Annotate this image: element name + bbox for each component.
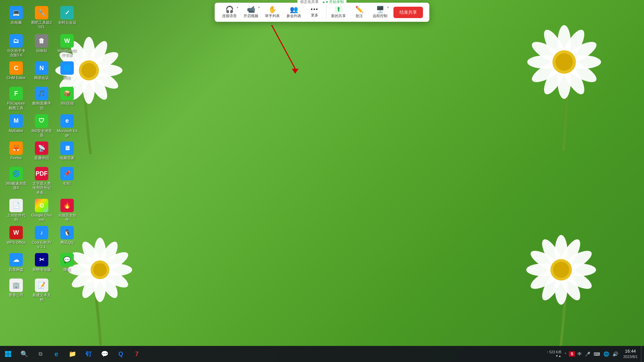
- svg-point-51: [526, 263, 561, 276]
- flower-top-right: [510, 10, 617, 151]
- network-icon: 🌐: [60, 61, 74, 75]
- remote-icon: 🖥️: [376, 6, 384, 13]
- more-icon: •••: [311, 7, 319, 12]
- mic-icon: 🎤: [585, 352, 590, 357]
- netmeeting-label: 网易会议: [34, 76, 49, 80]
- desktop-icons-container: 💻此电脑🔧图吧工具箱2021✓全时云会议🗂分区助手专业版5.6🗑回收站WWind…: [3, 3, 80, 305]
- end-share-button[interactable]: 结束共享: [393, 7, 423, 18]
- wechat-icon: 💬: [101, 350, 108, 358]
- desktop-icon-partition[interactable]: 🗂分区助手专业版5.6: [5, 33, 28, 59]
- taskbar-explorer[interactable]: 📁: [64, 346, 80, 362]
- desktop-icon-360-safe[interactable]: 🛡360安全浏览器: [30, 113, 53, 139]
- desktop-icon-windsoul[interactable]: WWindSoul软件管家: [56, 33, 78, 59]
- audio-btn[interactable]: 🎧 连接语音 ▼: [219, 5, 240, 20]
- desktop-icon-firefox[interactable]: 🦊Firefox: [5, 140, 28, 164]
- desktop-icon-baidu-pan[interactable]: ☁百度网盘: [5, 252, 28, 276]
- taskbar-dingding[interactable]: 钉: [80, 346, 97, 362]
- taskbar-pinned-icons: ⧉ e 📁 钉 💬 Q 7: [32, 346, 145, 362]
- ime-keyboard[interactable]: ⌨: [592, 346, 602, 362]
- annotate-btn[interactable]: ✏️ 批注: [349, 5, 369, 20]
- volume-tray[interactable]: 🔊: [611, 346, 620, 362]
- taskbar-7[interactable]: 7: [129, 346, 145, 362]
- hand-icon: ✋: [268, 6, 277, 13]
- network-tray[interactable]: 🌐: [602, 346, 611, 362]
- taskbar-qq-browser[interactable]: Q: [113, 346, 129, 362]
- sogou-ime[interactable]: S: [568, 346, 576, 362]
- more-btn[interactable]: ••• 更多: [305, 5, 325, 19]
- desktop-icon-chrome[interactable]: ⊙Google Chrome: [30, 197, 53, 223]
- system-tray: ↑ 523 K/B ▼▲ ^ S 中 🎤 ⌨ 🌐: [545, 346, 644, 362]
- video-arrow: ▼: [258, 6, 260, 9]
- desktop-icon-upload-code[interactable]: 📄上传软件代码: [5, 197, 28, 223]
- show-desktop-btn[interactable]: [641, 346, 644, 362]
- tray-expand-btn[interactable]: ^: [563, 346, 568, 362]
- desktop-icon-live-companion[interactable]: 📡直播伴侣: [30, 140, 53, 164]
- xiangshu-label: 香香公司: [9, 293, 23, 297]
- desktop-icon-edge[interactable]: eMicrosoft Edge: [56, 113, 78, 139]
- firefox-icon: 🦊: [9, 141, 23, 155]
- svg-point-39: [78, 239, 105, 273]
- ankisafe-label: 火绒安全软件: [56, 213, 78, 222]
- svg-point-41: [93, 263, 107, 277]
- desktop-icon-xiangshu[interactable]: 🏢香香公司: [5, 277, 28, 303]
- desktop-icon-recycle[interactable]: 🗑回收站: [30, 33, 53, 59]
- system-clock[interactable]: 16:44 2023/8/1: [620, 346, 641, 362]
- partition-icon: 🗂: [9, 34, 23, 48]
- taskbar-search[interactable]: 🔍: [16, 346, 32, 362]
- desktop-icon-image-tool[interactable]: 🔧图吧工具箱2021: [30, 5, 53, 32]
- desktop-icon-pdf-tool[interactable]: PDF文字是人类使用符号记录表...: [30, 166, 53, 196]
- desktop-icon-network[interactable]: 🌐网络: [56, 60, 78, 84]
- desktop-icon-chm-editor[interactable]: CCHM Editor: [5, 60, 28, 84]
- desktop-icon-dingding[interactable]: 📌钉钉: [56, 166, 78, 196]
- participants-btn[interactable]: 👥 参会列表: [283, 5, 305, 20]
- desktop-icon-myeditor[interactable]: MMyEditor: [5, 113, 28, 139]
- svg-point-18: [561, 56, 599, 86]
- start-button[interactable]: [0, 346, 16, 362]
- desktop-icon-wps[interactable]: WWPS Office: [5, 225, 28, 250]
- 360-speed-label: 360极速浏览器X: [5, 181, 27, 190]
- desktop-icon-tencent-qq[interactable]: 🐧腾讯QQ: [56, 225, 78, 250]
- desktop-icon-fscapture[interactable]: FFSCapture截图工具: [5, 85, 28, 111]
- video-btn[interactable]: 📹 开启视频 ▼: [240, 5, 262, 20]
- hand-btn[interactable]: ✋ 举手列表: [262, 5, 283, 20]
- 7-icon: 7: [135, 351, 139, 358]
- cooledit-icon: ♪: [35, 226, 48, 239]
- pdf-tool-icon: PDF: [35, 167, 48, 180]
- new-text-icon: 📝: [35, 279, 48, 292]
- svg-point-27: [555, 53, 573, 71]
- desktop-icon-new-text[interactable]: 📝新建文本文档: [30, 277, 53, 303]
- remote-control-btn[interactable]: 🖥️ 远程控制 ▼: [369, 5, 391, 20]
- taskbar-task-view[interactable]: ⧉: [32, 346, 48, 362]
- windows-icon: [5, 351, 11, 357]
- svg-point-16: [561, 38, 599, 68]
- desktop-icon-my-computer[interactable]: 💻此电脑: [5, 5, 28, 32]
- svg-point-15: [558, 27, 589, 65]
- taskbar-edge[interactable]: e: [48, 346, 64, 362]
- desktop-icon-quanshi[interactable]: ✓全时云会议: [56, 5, 78, 32]
- taskbar-wechat[interactable]: 💬: [97, 346, 113, 362]
- desktop-icon-live-streaming[interactable]: 🎵酷狗直播伴侣: [30, 85, 53, 111]
- edge-icon: e: [60, 114, 74, 128]
- chevron-up-icon: ^: [565, 352, 566, 356]
- share-toolbar: 你正在共享 ● ● 开始录制 🎧 连接语音 ▼ 📹 开启视频 ▼ ✋ 举手列表 …: [215, 3, 429, 22]
- desktop-icon-zip360[interactable]: 📦360压缩: [56, 85, 78, 111]
- desktop-icon-ankisafe[interactable]: 🔥火绒安全软件: [56, 197, 78, 223]
- svg-point-33: [95, 267, 121, 301]
- desktop-icon-360-speed[interactable]: 🌀360极速浏览器X: [5, 166, 28, 196]
- new-share-btn[interactable]: ⬆ 新的共享: [328, 5, 349, 20]
- svg-point-29: [95, 239, 121, 273]
- audio-label: 连接语音: [222, 13, 237, 18]
- desktop-icon-wechat[interactable]: 💬微信: [56, 252, 78, 276]
- share-status-text: 你正在共享: [300, 0, 319, 4]
- desktop-icon-cooledit[interactable]: ♪Cool Edit Pro 2.1: [30, 225, 53, 250]
- network-label: 网络: [63, 76, 71, 80]
- desktop-icon-pc-manager[interactable]: 🖥电脑管家: [56, 140, 78, 164]
- windsoul-label: WindSoul软件管家: [56, 49, 78, 57]
- svg-point-52: [528, 247, 564, 276]
- svg-point-43: [556, 236, 584, 273]
- ime-chinese[interactable]: 中: [576, 346, 583, 362]
- desktop-icon-jianying[interactable]: ✂剪映专业版: [30, 252, 53, 276]
- ime-mic[interactable]: 🎤: [583, 346, 592, 362]
- desktop-icon-netmeeting[interactable]: N网易会议: [30, 60, 53, 84]
- svg-point-13: [82, 63, 96, 78]
